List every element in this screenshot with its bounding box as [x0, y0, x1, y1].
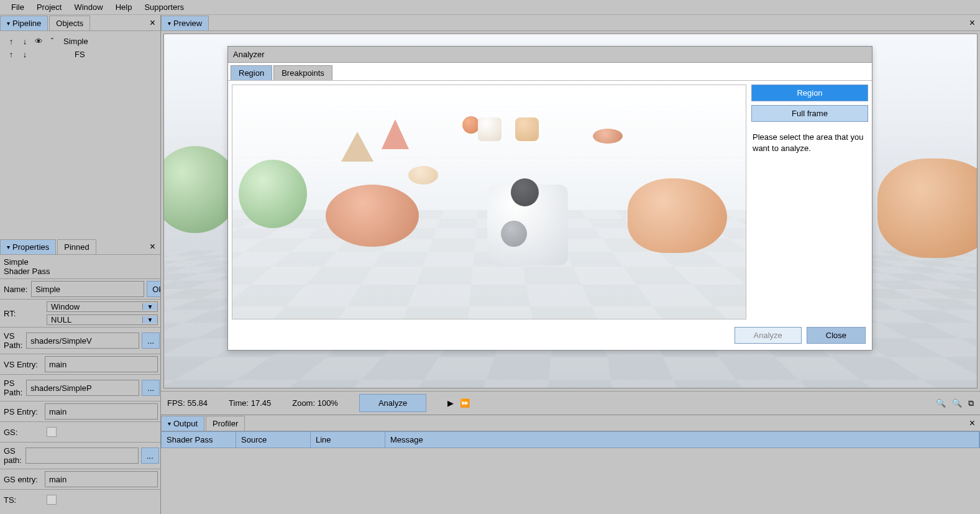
chevron-down-icon[interactable]: ▼: [142, 316, 157, 323]
vsentry-input[interactable]: [45, 356, 158, 372]
properties-title: Simple Shader Pass: [0, 255, 160, 278]
status-time: Time: 17.45: [229, 398, 271, 408]
output-table-header: Shader Pass Source Line Message: [161, 431, 980, 448]
close-icon[interactable]: ×: [964, 418, 980, 429]
browse-button[interactable]: ...: [142, 333, 160, 349]
popout-icon[interactable]: ⧉: [968, 398, 974, 408]
properties-name: Simple: [4, 257, 157, 267]
dialog-tabs: Region Breakpoints: [228, 63, 872, 81]
browse-button[interactable]: ...: [142, 380, 160, 396]
dropdown-icon: ▾: [7, 244, 10, 250]
menu-window[interactable]: Window: [68, 1, 109, 14]
tab-label: Properties: [12, 242, 49, 252]
prop-label-gsentry: GS entry:: [0, 471, 45, 488]
arrow-up-icon[interactable]: ↑: [6, 50, 16, 59]
close-icon[interactable]: ×: [145, 241, 160, 252]
pipeline-item-label: Simple: [63, 37, 88, 46]
prop-label-name: Name:: [0, 281, 31, 298]
tab-label: Preview: [173, 19, 202, 28]
zoom-in-icon[interactable]: 🔍: [936, 398, 946, 408]
dialog-close-button[interactable]: Close: [807, 327, 866, 344]
dropdown-icon: ▾: [168, 420, 171, 427]
menubar: File Project Window Help Supporters: [0, 0, 980, 15]
gspath-input[interactable]: [25, 447, 139, 464]
ts-checkbox[interactable]: [47, 495, 57, 505]
tab-properties[interactable]: ▾ Properties: [0, 239, 56, 254]
col-source[interactable]: Source: [236, 432, 311, 447]
arrow-down-icon[interactable]: ↓: [20, 50, 30, 59]
tab-region[interactable]: Region: [231, 65, 272, 80]
dropdown-icon: ▾: [168, 20, 171, 27]
prop-label-gs: GS:: [0, 424, 47, 441]
arrow-up-icon[interactable]: ↑: [6, 37, 16, 46]
tab-profiler[interactable]: Profiler: [206, 416, 245, 431]
pipeline-item[interactable]: ↑ ↓ 👁 ˆ Simple: [2, 35, 158, 48]
pipeline-panel-header: ▾ Pipeline Objects ×: [0, 15, 160, 31]
prop-label-pspath: PS Path:: [0, 375, 26, 401]
arrow-down-icon[interactable]: ↓: [20, 37, 30, 46]
dialog-analyze-button[interactable]: Analyze: [735, 327, 802, 344]
pipeline-item[interactable]: ↑ ↓ FS: [2, 48, 158, 61]
tab-objects[interactable]: Objects: [49, 16, 90, 30]
tab-label: Objects: [56, 19, 83, 28]
tab-label: Output: [173, 419, 198, 428]
chevron-down-icon[interactable]: ▼: [142, 303, 157, 310]
status-zoom: Zoom: 100%: [292, 398, 338, 408]
menu-supporters[interactable]: Supporters: [138, 1, 190, 14]
preview-panel-header: ▾ Preview ×: [161, 15, 980, 31]
region-button[interactable]: Region: [751, 85, 868, 101]
prop-label-gspath: GS path:: [0, 443, 25, 469]
dialog-title: Analyzer: [228, 47, 872, 63]
pipeline-item-label: FS: [75, 50, 85, 59]
analyze-button[interactable]: Analyze: [359, 394, 426, 412]
name-input[interactable]: [31, 281, 144, 297]
prop-label-vsentry: VS Entry:: [0, 356, 45, 373]
fast-forward-icon[interactable]: ⏩: [460, 398, 470, 408]
prop-label-rt: RT:: [0, 305, 47, 322]
eye-icon[interactable]: 👁: [34, 37, 44, 46]
close-icon[interactable]: ×: [964, 17, 980, 29]
analyzer-dialog: Analyzer Region Breakpoints: [227, 46, 872, 351]
close-icon[interactable]: ×: [145, 17, 160, 29]
status-fps: FPS: 55.84: [167, 398, 208, 408]
tab-label: Pinned: [64, 242, 89, 252]
tab-pinned[interactable]: Pinned: [57, 239, 96, 254]
rt-dropdown-1[interactable]: Window ▼: [47, 301, 158, 312]
tab-pipeline[interactable]: ▾ Pipeline: [0, 16, 48, 30]
tab-output[interactable]: ▾ Output: [161, 416, 204, 431]
pipeline-body: ↑ ↓ 👁 ˆ Simple ↑ ↓ FS: [0, 31, 160, 239]
gsentry-input[interactable]: [45, 471, 158, 487]
prop-label-psentry: PS Entry:: [0, 403, 45, 420]
properties-panel-header: ▾ Properties Pinned ×: [0, 239, 160, 255]
menu-file[interactable]: File: [5, 1, 30, 14]
col-message[interactable]: Message: [385, 432, 979, 447]
full-frame-button[interactable]: Full frame: [751, 105, 868, 122]
properties-body: Simple Shader Pass Name: Ok RT: Window ▼: [0, 255, 160, 514]
menu-help[interactable]: Help: [109, 1, 139, 14]
menu-project[interactable]: Project: [30, 1, 68, 14]
col-line[interactable]: Line: [311, 432, 385, 447]
browse-button[interactable]: ...: [141, 447, 159, 464]
tab-preview[interactable]: ▾ Preview: [161, 16, 209, 30]
output-table-body: [161, 448, 980, 514]
ok-button[interactable]: Ok: [147, 281, 160, 297]
rt-dropdown-2[interactable]: NULL ▼: [47, 314, 158, 325]
psentry-input[interactable]: [45, 403, 158, 420]
pspath-input[interactable]: [26, 380, 139, 396]
zoom-out-icon[interactable]: 🔍: [952, 398, 962, 408]
play-icon[interactable]: ▶: [447, 398, 454, 408]
prop-label-vspath: VS Path:: [0, 328, 26, 354]
dropdown-icon: ▾: [7, 20, 10, 27]
status-bar: FPS: 55.84 Time: 17.45 Zoom: 100% Analyz…: [161, 391, 980, 415]
region-preview[interactable]: [232, 85, 746, 319]
col-shader-pass[interactable]: Shader Pass: [162, 432, 236, 447]
prop-label-ts: TS:: [0, 492, 47, 508]
chevron-up-icon[interactable]: ˆ: [47, 37, 57, 46]
tab-label: Pipeline: [12, 19, 41, 28]
output-panel-header: ▾ Output Profiler ×: [161, 415, 980, 431]
tab-breakpoints[interactable]: Breakpoints: [273, 65, 332, 80]
properties-type: Shader Pass: [4, 267, 157, 276]
vspath-input[interactable]: [26, 333, 139, 349]
gs-checkbox[interactable]: [47, 427, 57, 437]
region-sidebar: Region Full frame Please select the area…: [751, 85, 868, 319]
